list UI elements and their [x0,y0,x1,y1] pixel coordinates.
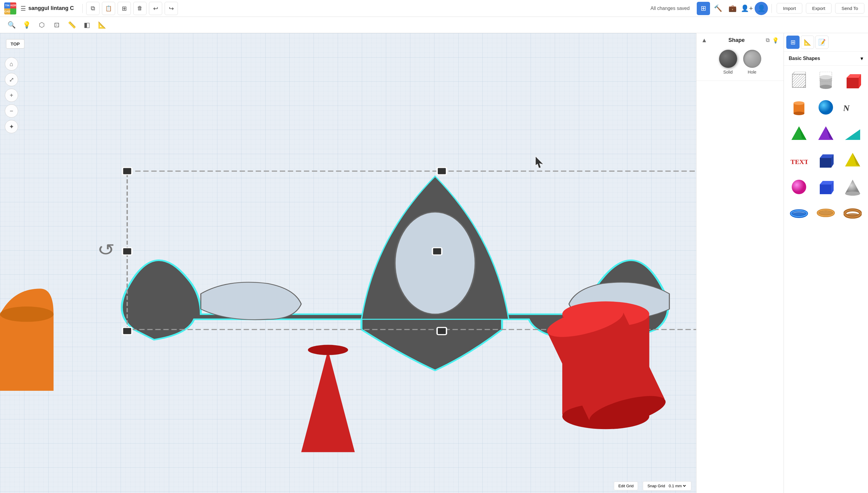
account-add-button[interactable]: 👤+ [740,2,754,15]
svg-marker-35 [820,154,833,158]
svg-marker-10 [536,156,544,168]
svg-rect-12 [792,74,806,87]
import-button[interactable]: Import [777,3,802,14]
shape-item-donut-brown[interactable] [840,201,865,226]
svg-point-43 [845,191,860,196]
tools-button[interactable]: 🔨 [711,2,724,15]
mirror-tool[interactable]: ◧ [80,18,93,32]
snap-grid-label: Snap Grid [647,484,665,488]
shape-item-wedge-teal[interactable] [840,121,865,147]
send-to-button[interactable]: Send To [835,3,864,14]
shape-item-sphere-blue[interactable] [813,95,839,120]
shape-properties-panel: ▲ Shape ⧉ 💡 Solid Hole [696,33,784,493]
secondary-toolbar: 🔍 💡 ⬡ ⊡ 📏 ◧ 📐 [0,17,868,33]
doc-icon: ☰ [21,5,26,12]
shape-item-box-navy[interactable] [813,148,839,173]
collapse-button[interactable]: ▲ [701,37,707,44]
handle-center [432,248,442,255]
shape-tool[interactable]: ⬡ [35,18,48,32]
shape-panel: ▲ Shape ⧉ 💡 Solid Hole [696,33,784,81]
shape-item-sphere-pink[interactable] [786,174,811,200]
svg-marker-18 [847,78,859,88]
snap-grid-select[interactable]: 0.1 mm 0.5 mm 1.0 mm [668,484,687,489]
svg-marker-31 [845,129,860,140]
svg-point-22 [794,101,804,105]
duplicate-button[interactable]: ⊞ [117,2,131,15]
hole-label: Hole [748,70,756,74]
projects-button[interactable]: 💼 [726,2,739,15]
shape-item-torus-blue[interactable] [786,201,811,226]
shape-item-ring-brown[interactable] [813,201,839,226]
shapes-grid: N [784,66,868,229]
measure-tool[interactable]: 📐 [95,18,109,32]
redo-button[interactable]: ↪ [165,2,178,15]
svg-point-15 [820,75,832,79]
handle-bl [123,327,132,335]
shape-item-cone-gray[interactable] [840,174,865,200]
bulb-tool[interactable]: 💡 [20,18,33,32]
shape-item-pyramid-green[interactable] [786,121,811,147]
ruler-tool[interactable]: 📏 [65,18,79,32]
undo-button[interactable]: ↩ [149,2,162,15]
grid-view-button[interactable]: ⊞ [697,2,710,15]
svg-point-16 [820,85,832,89]
copy-button[interactable]: ⧉ [86,2,100,15]
svg-point-23 [794,111,804,115]
shape-panel-title: Shape [729,37,745,43]
library-title: Basic Shapes [789,56,820,61]
handle-tc [437,168,447,175]
svg-text:N: N [844,103,850,113]
snap-tool[interactable]: ⊡ [50,18,63,32]
svg-point-24 [819,100,833,114]
panel-copy-icon[interactable]: ⧉ [766,37,770,44]
delete-button[interactable]: 🗑 [133,2,147,15]
logo-br [10,8,16,15]
svg-marker-39 [820,185,831,194]
shape-item-pyramid-purple[interactable] [813,121,839,147]
shape-panel-header: ▲ Shape ⧉ 💡 [701,37,779,44]
edit-grid-button[interactable]: Edit Grid [614,481,638,490]
library-dropdown-button[interactable]: ▾ [861,55,863,62]
paste-button[interactable]: 📋 [102,2,115,15]
shape-item-box-striped[interactable] [786,68,811,93]
divider2 [772,4,772,13]
status-text: All changes saved [650,6,690,11]
shape-item-pyramid-yellow[interactable] [840,148,865,173]
lib-note-button[interactable]: 📝 [815,36,828,49]
avatar-button[interactable]: 👤 [755,2,768,15]
main-area: TOP ⌂ ⤢ + − ✦ [0,33,868,493]
shape-item-cylinder-silver[interactable] [813,68,839,93]
shapes-library: ⊞ 📐 📝 Basic Shapes ▾ [784,33,868,493]
hole-circle [743,50,761,68]
search-tool[interactable]: 🔍 [5,18,18,32]
lib-grid-button[interactable]: ⊞ [786,36,800,49]
svg-point-3 [0,307,54,322]
top-bar: TIN KER CAD ☰ sanggul lintang C ⧉ 📋 ⊞ 🗑 … [0,0,868,17]
shape-item-box-blue[interactable] [813,174,839,200]
lib-top-nav: ⊞ 📐 📝 [784,33,868,51]
canvas[interactable]: TOP ⌂ ⤢ + − ✦ [0,33,696,493]
doc-name[interactable]: sanggul lintang C [28,5,74,12]
logo-bl: CAD [4,8,10,15]
lib-ruler-button[interactable]: 📐 [801,36,814,49]
panel-light-icon[interactable]: 💡 [772,37,779,44]
panel-icons: ⧉ 💡 [766,37,779,44]
shape-item-box-red[interactable] [840,68,865,93]
handle-bc [437,327,447,335]
shape-item-cylinder-orange[interactable] [786,95,811,120]
library-header: Basic Shapes ▾ [784,51,868,66]
solid-label: Solid [723,70,733,74]
svg-text:TEXT: TEXT [790,158,808,166]
shape-item-text-red[interactable]: TEXT [786,148,811,173]
solid-option[interactable]: Solid [719,50,737,74]
hole-option[interactable]: Hole [743,50,761,74]
svg-point-2 [308,345,348,355]
main-shape-svg[interactable]: ↺ ↻ [0,33,696,493]
nav-icons: ⊞ 🔨 💼 👤+ 👤 [697,2,768,15]
export-button[interactable]: Export [806,3,831,14]
logo[interactable]: TIN KER CAD [4,2,17,15]
divider [82,4,83,13]
shape-item-letters[interactable]: N [840,95,865,120]
svg-marker-41 [820,181,833,185]
bottom-controls: Edit Grid Snap Grid 0.1 mm 0.5 mm 1.0 mm [614,481,691,491]
